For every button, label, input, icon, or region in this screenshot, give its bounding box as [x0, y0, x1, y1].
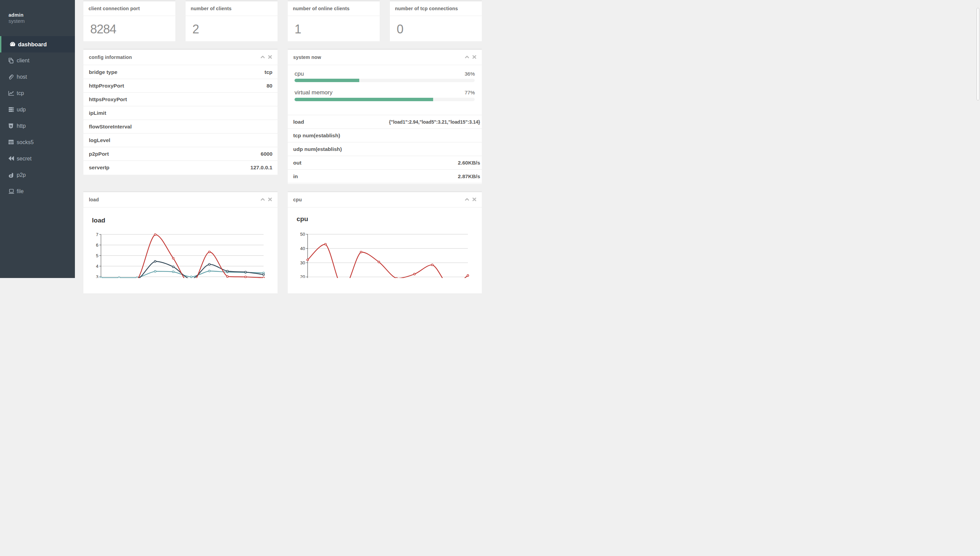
- svg-text:20: 20: [300, 274, 305, 278]
- svg-text:3: 3: [96, 274, 98, 278]
- svg-text:40: 40: [300, 246, 305, 251]
- svg-text:4: 4: [96, 264, 98, 269]
- svg-text:50: 50: [300, 232, 305, 237]
- svg-text:30: 30: [300, 260, 305, 265]
- svg-text:5: 5: [96, 253, 98, 258]
- svg-text:6: 6: [96, 242, 98, 248]
- svg-text:7: 7: [96, 232, 98, 237]
